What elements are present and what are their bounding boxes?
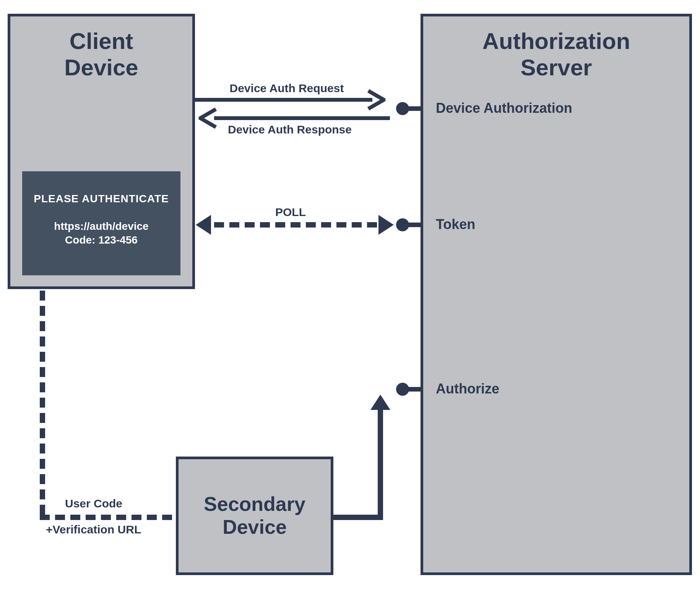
endpoint-dot-token	[396, 218, 409, 231]
client-device-title-line1: Client	[70, 28, 133, 54]
endpoint-label-token: Token	[436, 216, 475, 232]
line-secondary-to-authorize-v	[378, 408, 383, 520]
endpoint-label-device-auth: Device Authorization	[436, 100, 572, 116]
auth-panel-code: Code: 123-456	[22, 234, 180, 246]
auth-server-title-line2: Server	[521, 55, 592, 80]
endpoint-dot-authorize	[396, 383, 409, 396]
device-flow-diagram: Client Device PLEASE AUTHENTICATE https:…	[0, 0, 700, 603]
auth-panel-url: https://auth/device	[22, 220, 180, 232]
label-verification-url: +Verification URL	[46, 523, 141, 536]
secondary-device-title-line1: Secondary	[204, 493, 305, 515]
auth-server-title-line1: Authorization	[482, 28, 630, 54]
secondary-device-title-line2: Device	[223, 516, 287, 538]
dash-line-client-to-secondary-v	[40, 291, 45, 520]
line-secondary-to-authorize-h	[333, 515, 383, 520]
dash-line-client-to-secondary-h	[40, 515, 177, 520]
secondary-device-box: Secondary Device	[176, 457, 333, 575]
arrowhead-right-poll	[378, 215, 394, 235]
arrow-line-device-auth-response	[214, 116, 390, 120]
label-device-auth-response: Device Auth Response	[217, 123, 362, 136]
client-device-title: Client Device	[10, 28, 192, 81]
dash-line-poll	[214, 222, 378, 228]
client-auth-panel: PLEASE AUTHENTICATE https://auth/device …	[22, 171, 180, 275]
label-user-code: User Code	[65, 497, 122, 510]
label-poll: POLL	[275, 206, 306, 219]
auth-server-title: Authorization Server	[423, 28, 689, 81]
auth-panel-header: PLEASE AUTHENTICATE	[22, 193, 180, 205]
arrow-line-device-auth-request	[195, 98, 372, 102]
endpoint-label-authorize: Authorize	[436, 381, 499, 397]
authorization-server-box: Authorization Server	[421, 14, 692, 575]
secondary-device-title: Secondary Device	[204, 493, 305, 539]
arrowhead-left-poll	[196, 215, 211, 235]
label-device-auth-request: Device Auth Request	[218, 82, 356, 95]
endpoint-dot-device-auth	[396, 102, 409, 115]
arrowhead-up-authorize	[370, 395, 390, 410]
client-device-title-line2: Device	[64, 55, 138, 80]
